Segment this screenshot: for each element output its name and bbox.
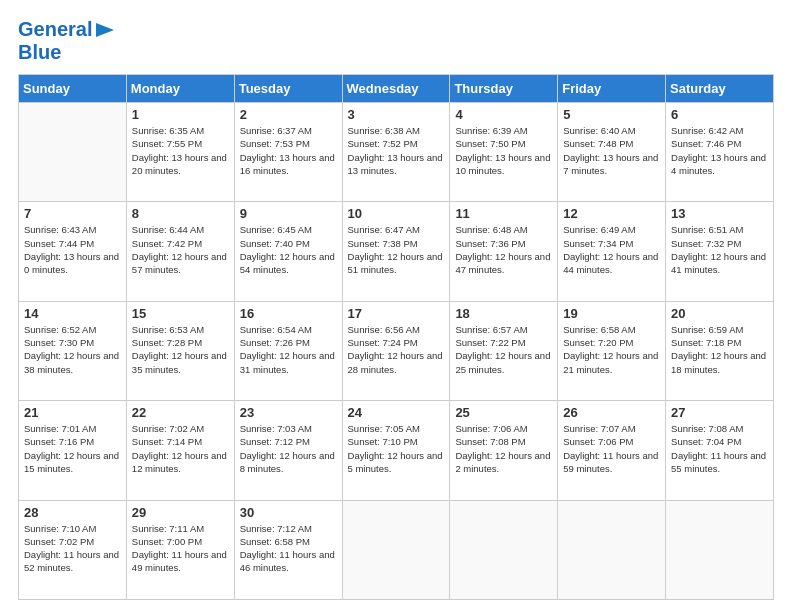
sunset-text: Sunset: 7:55 PM <box>132 138 202 149</box>
calendar-day-cell: 21 Sunrise: 7:01 AM Sunset: 7:16 PM Dayl… <box>19 401 127 500</box>
calendar-day-cell: 20 Sunrise: 6:59 AM Sunset: 7:18 PM Dayl… <box>666 301 774 400</box>
calendar-day-cell: 11 Sunrise: 6:48 AM Sunset: 7:36 PM Dayl… <box>450 202 558 301</box>
sunrise-text: Sunrise: 7:07 AM <box>563 423 635 434</box>
sunset-text: Sunset: 7:44 PM <box>24 238 94 249</box>
day-info: Sunrise: 6:57 AM Sunset: 7:22 PM Dayligh… <box>455 323 552 376</box>
sunset-text: Sunset: 7:06 PM <box>563 436 633 447</box>
header-monday: Monday <box>126 75 234 103</box>
calendar-table: Sunday Monday Tuesday Wednesday Thursday… <box>18 74 774 600</box>
calendar-day-cell <box>450 500 558 599</box>
day-number: 8 <box>132 206 229 221</box>
daylight-text: Daylight: 13 hours and 13 minutes. <box>348 152 443 176</box>
sunrise-text: Sunrise: 6:59 AM <box>671 324 743 335</box>
day-number: 21 <box>24 405 121 420</box>
day-number: 29 <box>132 505 229 520</box>
day-info: Sunrise: 6:52 AM Sunset: 7:30 PM Dayligh… <box>24 323 121 376</box>
calendar-day-cell: 16 Sunrise: 6:54 AM Sunset: 7:26 PM Dayl… <box>234 301 342 400</box>
sunset-text: Sunset: 7:22 PM <box>455 337 525 348</box>
day-info: Sunrise: 6:40 AM Sunset: 7:48 PM Dayligh… <box>563 124 660 177</box>
day-number: 22 <box>132 405 229 420</box>
calendar-day-cell: 29 Sunrise: 7:11 AM Sunset: 7:00 PM Dayl… <box>126 500 234 599</box>
day-number: 24 <box>348 405 445 420</box>
calendar-day-cell: 10 Sunrise: 6:47 AM Sunset: 7:38 PM Dayl… <box>342 202 450 301</box>
day-info: Sunrise: 6:49 AM Sunset: 7:34 PM Dayligh… <box>563 223 660 276</box>
logo-text-top: General <box>18 18 92 41</box>
sunset-text: Sunset: 7:12 PM <box>240 436 310 447</box>
daylight-text: Daylight: 13 hours and 20 minutes. <box>132 152 227 176</box>
daylight-text: Daylight: 12 hours and 51 minutes. <box>348 251 443 275</box>
daylight-text: Daylight: 12 hours and 35 minutes. <box>132 350 227 374</box>
daylight-text: Daylight: 12 hours and 44 minutes. <box>563 251 658 275</box>
calendar-day-cell: 14 Sunrise: 6:52 AM Sunset: 7:30 PM Dayl… <box>19 301 127 400</box>
header-thursday: Thursday <box>450 75 558 103</box>
sunset-text: Sunset: 7:04 PM <box>671 436 741 447</box>
day-number: 1 <box>132 107 229 122</box>
calendar-day-cell: 15 Sunrise: 6:53 AM Sunset: 7:28 PM Dayl… <box>126 301 234 400</box>
sunrise-text: Sunrise: 6:38 AM <box>348 125 420 136</box>
sunrise-text: Sunrise: 6:54 AM <box>240 324 312 335</box>
day-info: Sunrise: 6:45 AM Sunset: 7:40 PM Dayligh… <box>240 223 337 276</box>
calendar-day-cell: 9 Sunrise: 6:45 AM Sunset: 7:40 PM Dayli… <box>234 202 342 301</box>
day-number: 15 <box>132 306 229 321</box>
day-info: Sunrise: 7:05 AM Sunset: 7:10 PM Dayligh… <box>348 422 445 475</box>
day-info: Sunrise: 6:54 AM Sunset: 7:26 PM Dayligh… <box>240 323 337 376</box>
day-info: Sunrise: 6:37 AM Sunset: 7:53 PM Dayligh… <box>240 124 337 177</box>
day-number: 10 <box>348 206 445 221</box>
day-number: 13 <box>671 206 768 221</box>
day-info: Sunrise: 7:06 AM Sunset: 7:08 PM Dayligh… <box>455 422 552 475</box>
day-number: 19 <box>563 306 660 321</box>
calendar-day-cell: 8 Sunrise: 6:44 AM Sunset: 7:42 PM Dayli… <box>126 202 234 301</box>
day-info: Sunrise: 6:39 AM Sunset: 7:50 PM Dayligh… <box>455 124 552 177</box>
calendar-week-row: 21 Sunrise: 7:01 AM Sunset: 7:16 PM Dayl… <box>19 401 774 500</box>
sunrise-text: Sunrise: 6:37 AM <box>240 125 312 136</box>
daylight-text: Daylight: 11 hours and 59 minutes. <box>563 450 658 474</box>
sunset-text: Sunset: 7:38 PM <box>348 238 418 249</box>
day-number: 12 <box>563 206 660 221</box>
sunset-text: Sunset: 7:10 PM <box>348 436 418 447</box>
sunset-text: Sunset: 7:20 PM <box>563 337 633 348</box>
daylight-text: Daylight: 12 hours and 57 minutes. <box>132 251 227 275</box>
calendar-day-cell: 30 Sunrise: 7:12 AM Sunset: 6:58 PM Dayl… <box>234 500 342 599</box>
day-info: Sunrise: 7:07 AM Sunset: 7:06 PM Dayligh… <box>563 422 660 475</box>
calendar-day-cell: 13 Sunrise: 6:51 AM Sunset: 7:32 PM Dayl… <box>666 202 774 301</box>
calendar-day-cell: 1 Sunrise: 6:35 AM Sunset: 7:55 PM Dayli… <box>126 103 234 202</box>
sunrise-text: Sunrise: 7:08 AM <box>671 423 743 434</box>
sunset-text: Sunset: 7:18 PM <box>671 337 741 348</box>
sunrise-text: Sunrise: 6:53 AM <box>132 324 204 335</box>
sunrise-text: Sunrise: 6:44 AM <box>132 224 204 235</box>
day-number: 17 <box>348 306 445 321</box>
sunrise-text: Sunrise: 6:47 AM <box>348 224 420 235</box>
sunset-text: Sunset: 7:08 PM <box>455 436 525 447</box>
header-tuesday: Tuesday <box>234 75 342 103</box>
day-number: 25 <box>455 405 552 420</box>
sunrise-text: Sunrise: 6:58 AM <box>563 324 635 335</box>
sunset-text: Sunset: 7:40 PM <box>240 238 310 249</box>
day-info: Sunrise: 7:10 AM Sunset: 7:02 PM Dayligh… <box>24 522 121 575</box>
calendar-day-cell <box>558 500 666 599</box>
calendar-day-cell: 24 Sunrise: 7:05 AM Sunset: 7:10 PM Dayl… <box>342 401 450 500</box>
day-number: 4 <box>455 107 552 122</box>
calendar-week-row: 7 Sunrise: 6:43 AM Sunset: 7:44 PM Dayli… <box>19 202 774 301</box>
daylight-text: Daylight: 12 hours and 21 minutes. <box>563 350 658 374</box>
calendar-day-cell: 23 Sunrise: 7:03 AM Sunset: 7:12 PM Dayl… <box>234 401 342 500</box>
sunrise-text: Sunrise: 7:02 AM <box>132 423 204 434</box>
weekday-header-row: Sunday Monday Tuesday Wednesday Thursday… <box>19 75 774 103</box>
day-number: 9 <box>240 206 337 221</box>
sunset-text: Sunset: 7:16 PM <box>24 436 94 447</box>
day-info: Sunrise: 6:53 AM Sunset: 7:28 PM Dayligh… <box>132 323 229 376</box>
daylight-text: Daylight: 12 hours and 8 minutes. <box>240 450 335 474</box>
daylight-text: Daylight: 13 hours and 10 minutes. <box>455 152 550 176</box>
day-number: 2 <box>240 107 337 122</box>
day-number: 26 <box>563 405 660 420</box>
day-number: 7 <box>24 206 121 221</box>
sunset-text: Sunset: 7:32 PM <box>671 238 741 249</box>
sunset-text: Sunset: 7:30 PM <box>24 337 94 348</box>
daylight-text: Daylight: 11 hours and 55 minutes. <box>671 450 766 474</box>
daylight-text: Daylight: 12 hours and 18 minutes. <box>671 350 766 374</box>
sunrise-text: Sunrise: 6:52 AM <box>24 324 96 335</box>
day-info: Sunrise: 6:42 AM Sunset: 7:46 PM Dayligh… <box>671 124 768 177</box>
sunrise-text: Sunrise: 7:05 AM <box>348 423 420 434</box>
calendar-week-row: 14 Sunrise: 6:52 AM Sunset: 7:30 PM Dayl… <box>19 301 774 400</box>
daylight-text: Daylight: 11 hours and 46 minutes. <box>240 549 335 573</box>
sunset-text: Sunset: 7:52 PM <box>348 138 418 149</box>
